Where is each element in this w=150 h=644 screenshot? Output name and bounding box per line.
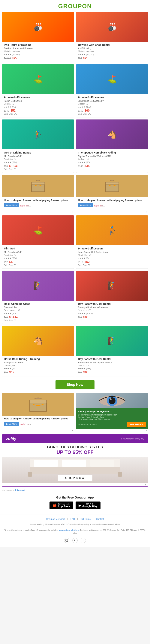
zulily-ad[interactable]: zulily a new surprise every day GORGEOUS… [2,434,148,486]
card-image-horseback2: 🐴 [2,326,74,356]
ads-powered-by: Ads Powered by li liveintent [0,488,150,492]
svg-rect-25 [62,460,86,467]
card-stars: ★★★★ (794) [4,161,72,164]
card-stars: ★★★★ (288) [78,367,146,370]
card-body-golf1: Private Golf Lessons Fallon Golf School … [2,94,74,117]
shop-now-button[interactable]: Shop Now [55,380,95,389]
card-location: Goshen, NY [4,364,72,366]
header: GROUPON [0,0,150,12]
card-image-climb1: 🧗 [2,271,74,301]
card-climb3[interactable]: 🧗 Day Pass with Gear Rental Brooklyn Bou… [76,326,148,376]
amazon-box-svg-3 [27,396,49,413]
amazon-ad-3[interactable]: How to shop on Amazon without paying Ama… [2,393,74,432]
card-location: New York, NY [78,364,146,366]
liveintent-logo: li liveintent [15,489,25,491]
app-store-btn[interactable]: 🍎 Download on the App Store [49,502,73,509]
card-merchant: Louis Buena Golf Professional [78,251,146,254]
svg-text:𝕏: 𝕏 [82,539,84,542]
card-stars: ★★★★ (1,317) [78,312,146,315]
thrive-desc: Semi-Permanent Micropigment Technology S… [78,414,146,420]
card-golf1[interactable]: ⛳ Private Golf Lessons Fallon Golf Schoo… [2,64,74,118]
learn-more-btn-2[interactable]: Learn More [78,203,93,207]
card-body-horseback: Therapeutic Horseback Riding Equine Tran… [76,150,148,170]
thrive-ad[interactable]: Infinity Waterproof Eyeliner™ Semi-Perma… [76,393,148,432]
card-title: Therapeutic Horseback Riding [78,151,146,154]
google-small-text: GET IT ON [82,503,98,505]
google-play-btn[interactable]: ▶ GET IT ON Google Play [76,502,101,509]
card-title: Private Golf Lessons [78,96,146,99]
footer-link-faq[interactable]: FAQ [70,518,75,520]
eye-svg [98,394,126,407]
card-horseback[interactable]: 🐴 Therapeutic Horseback Riding Equine Tr… [76,119,148,172]
card-price: $150 $60 [78,109,146,112]
apple-small-text: Download on the [58,503,70,505]
footer-link-merchant[interactable]: Groupon Merchant [46,518,65,520]
card-location: Short Hills, NJ [78,254,146,256]
amazon-ad-2[interactable]: How to shop on Amazon without paying Ama… [76,175,148,214]
svg-rect-28 [118,472,122,477]
card-horseback2[interactable]: 🐴 Horse Back Riding - Training Stirrup S… [2,326,74,376]
card-golf2[interactable]: ⛳ Private Golf Lessons Jon Manos Golf Ac… [76,64,148,118]
svg-rect-24 [34,460,58,467]
card-price: $43.00 $22 [4,56,72,60]
learn-more-btn-3[interactable]: Learn More [4,422,19,426]
svg-point-31 [67,540,68,540]
zulily-body: GORGEOUS BEDDING STYLES UP TO 65% OFF [2,443,148,457]
amazon-ad-title-2: How to shop on Amazon without paying Ama… [78,199,146,202]
svg-point-30 [66,540,67,541]
card-location: Multiple locations [78,50,146,52]
card-body-climb3: Day Pass with Gear Rental Brooklyn Bould… [76,356,148,376]
card-price: $12 $5 [4,260,72,264]
card-golf3[interactable]: 🏌️ Private Golf Lesson Louis Buena Golf … [76,215,148,268]
instagram-icon[interactable] [64,538,69,543]
card-driving[interactable]: 🏌️ Golf or Driving Range Mt. Freedom Gol… [2,119,74,172]
card-location: Bogota, NJ [4,103,72,105]
amazon-ad-1[interactable]: How to shop on Amazon without paying Ama… [2,175,74,214]
product-grid: 🎳 Two Hours of Bowling Bowlmor Lanes and… [0,12,150,173]
google-big-text: Google Play [82,505,98,508]
card-body-golf3: Private Golf Lesson Louis Buena Golf Pro… [76,245,148,268]
card-bowling1[interactable]: 🎳 Two Hours of Bowling Bowlmor Lanes and… [2,12,74,62]
amazon-ad-body-3: How to shop on Amazon without paying Ama… [2,416,74,429]
card-price: $40 $14.62 [4,316,72,319]
learn-more-btn-1[interactable]: Learn More [4,203,19,207]
card-climb2[interactable]: 🧗 Day Pass with Gear Rental Brooklyn Bou… [76,270,148,324]
zulily-shop-now[interactable]: SHOP NOW [58,475,93,481]
card-stars: ★★★★ (1) [4,367,72,370]
thrive-try-btn[interactable]: TRY THRIVE [127,422,146,428]
sale-ends: Sale Ends 5/1 [4,264,72,266]
card-merchant: Bowlmor Lanes and Bowlero [4,47,72,50]
card-bowling2[interactable]: 🎳 Bowling with Shoe Rental AMF Bowling M… [76,12,148,62]
apple-icon: 🍎 [52,504,57,508]
footer-link-giftcards[interactable]: Gift Cards [81,518,91,520]
main-container: GROUPON 🎳 Two Hours of Bowling Bowlmor L… [0,0,150,547]
card-merchant: Mt. Freedom Golf [4,251,72,254]
card-image-bowling1: 🎳 [2,12,74,42]
twitter-icon[interactable]: 𝕏 [81,538,86,543]
zulily-badge: ▶ [2,483,148,486]
card-climb1[interactable]: 🧗 Rock-Climbing Class Diamond Rock East … [2,270,74,324]
card-image-golf2: ⛳ [76,64,148,94]
amazon-box-svg-1 [29,178,47,194]
card-stars: ★★★★ (5) [78,257,146,260]
card-price: $30 $12.40 [4,164,72,168]
card-minigolf[interactable]: ⛳ Mini Golf Mt. Freedom Golf Randolph, N… [2,215,74,268]
card-stars: ★★★★ (137) [78,106,146,108]
card-image-climb3: 🧗 [76,326,148,356]
card-image-golf1: ⛳ [2,64,74,94]
card-merchant: AMF Bowling [78,47,146,50]
card-location: Multiple locations [4,50,72,52]
card-image-driving: 🏌️ [2,120,74,150]
card-body-driving: Golf or Driving Range Mt. Freedom Golf R… [2,150,74,172]
card-stars: ★★★★ (13,424) [4,53,72,56]
amazon-ads-row1: How to shop on Amazon without paying Ama… [0,175,150,214]
zulily-image-area: SHOP NOW [2,457,148,483]
sale-ends: Sale Ends 5/1 [78,264,146,266]
facebook-icon[interactable]: f [72,538,78,543]
footer-link-contact[interactable]: Contact [96,518,104,520]
capital-one-logo-2: Capital One Shopping [94,204,105,207]
bottom-ads-section: How to shop on Amazon without paying Ama… [0,393,150,432]
svg-point-21 [110,398,112,400]
footer-links: Groupon Merchant | FAQ | Gift Cards | Co… [0,514,150,522]
app-buttons: 🍎 Download on the App Store ▶ GET IT ON … [2,502,148,509]
